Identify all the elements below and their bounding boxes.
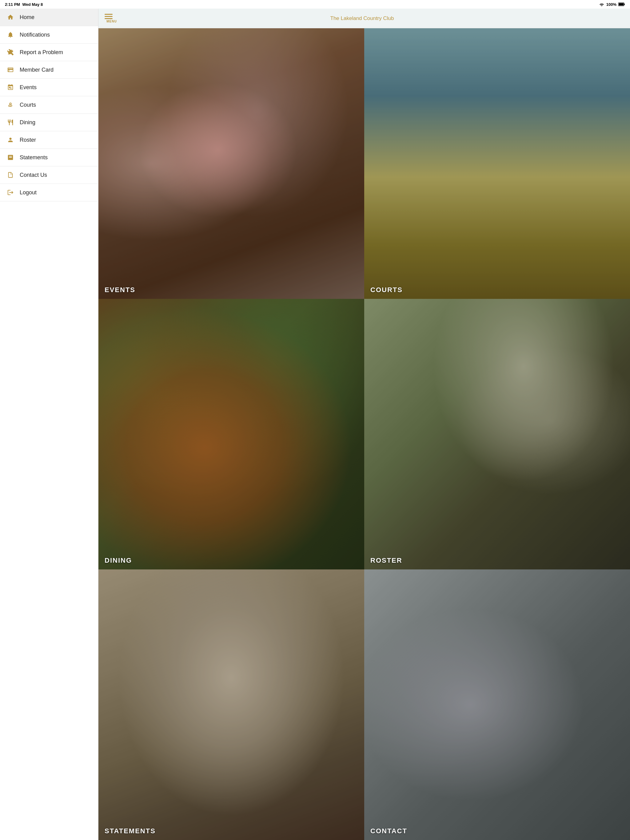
calendar-icon: 30 — [6, 83, 15, 92]
wrench-icon — [6, 48, 15, 57]
events-bg — [98, 28, 364, 299]
sidebar-item-statements[interactable]: Statements — [0, 149, 98, 166]
sidebar-item-roster[interactable]: Roster — [0, 131, 98, 149]
courts-bg — [364, 28, 630, 299]
statements-bg — [98, 569, 364, 840]
dining-bg — [98, 299, 364, 569]
sidebar-item-logout[interactable]: Logout — [0, 184, 98, 201]
dining-icon — [6, 118, 15, 127]
sidebar-logout-label: Logout — [20, 189, 36, 196]
sidebar-item-member-card[interactable]: Member Card — [0, 61, 98, 79]
grid-container: EVENTS COURTS DINING ROSTER STATEMENTS — [98, 28, 630, 840]
status-bar: 2:11 PM Wed May 8 100% — [0, 0, 630, 9]
grid-item-courts[interactable]: COURTS — [364, 28, 630, 299]
contact-label: CONTACT — [370, 827, 407, 835]
courts-icon — [6, 101, 15, 109]
events-label: EVENTS — [104, 286, 135, 294]
sidebar-item-home[interactable]: Home — [0, 9, 98, 26]
svg-rect-4 — [8, 71, 9, 71]
status-right: 100% — [599, 2, 625, 7]
sidebar-item-contact[interactable]: Contact Us — [0, 166, 98, 184]
courts-label: COURTS — [370, 286, 403, 294]
sidebar-courts-label: Courts — [20, 102, 36, 108]
svg-rect-1 — [619, 3, 624, 6]
sidebar-dining-label: Dining — [20, 119, 35, 126]
svg-text:30: 30 — [9, 87, 12, 89]
sidebar-item-notifications[interactable]: Notifications — [0, 26, 98, 44]
wifi-icon — [599, 2, 605, 6]
contact-bg — [364, 569, 630, 840]
grid-item-events[interactable]: EVENTS — [98, 28, 364, 299]
statements-icon — [6, 153, 15, 162]
roster-icon — [6, 136, 15, 144]
sidebar-member-card-label: Member Card — [20, 67, 54, 73]
logout-icon — [6, 188, 15, 197]
sidebar-contact-label: Contact Us — [20, 172, 47, 178]
battery-percent: 100% — [606, 2, 616, 7]
sidebar-notifications-label: Notifications — [20, 32, 50, 38]
grid-item-roster[interactable]: ROSTER — [364, 299, 630, 569]
hamburger-icon — [104, 14, 112, 19]
menu-button[interactable]: MENU — [104, 14, 119, 23]
app-container: Home Notifications Report — [0, 9, 630, 840]
roster-label: ROSTER — [370, 556, 402, 565]
home-icon — [6, 13, 15, 22]
svg-point-6 — [9, 103, 11, 105]
bell-icon — [6, 30, 15, 39]
sidebar-statements-label: Statements — [20, 154, 47, 161]
grid-item-dining[interactable]: DINING — [98, 299, 364, 569]
header-title: The Lakeland Country Club — [330, 15, 413, 22]
status-time: 2:11 PM Wed May 8 — [5, 2, 43, 7]
grid-item-contact[interactable]: CONTACT — [364, 569, 630, 840]
card-icon — [6, 65, 15, 74]
sidebar-roster-label: Roster — [20, 137, 36, 143]
statements-label: STATEMENTS — [104, 827, 156, 835]
sidebar-item-dining[interactable]: Dining — [0, 114, 98, 131]
sidebar-item-report[interactable]: Report a Problem — [0, 44, 98, 61]
app-header: MENU The Lakeland Country Club — [98, 9, 630, 28]
battery-icon — [618, 2, 625, 6]
svg-rect-2 — [624, 4, 625, 5]
roster-bg — [364, 299, 630, 569]
grid-item-statements[interactable]: STATEMENTS — [98, 569, 364, 840]
main-content: MENU The Lakeland Country Club EVENTS CO… — [98, 9, 630, 840]
sidebar-home-label: Home — [20, 14, 35, 21]
dining-label: DINING — [104, 556, 132, 565]
sidebar-events-label: Events — [20, 84, 36, 91]
sidebar: Home Notifications Report — [0, 9, 98, 840]
menu-label: MENU — [106, 20, 117, 23]
sidebar-item-events[interactable]: 30 Events — [0, 79, 98, 96]
sidebar-report-label: Report a Problem — [20, 49, 63, 56]
contact-icon — [6, 171, 15, 179]
sidebar-item-courts[interactable]: Courts — [0, 96, 98, 114]
